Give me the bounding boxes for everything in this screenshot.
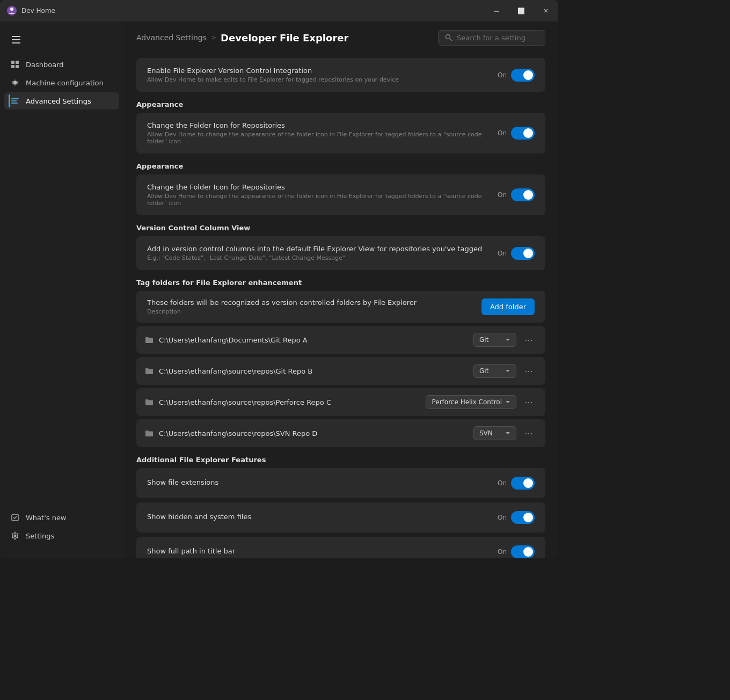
setting-title-version-control: Add in version control columns into the … xyxy=(147,245,489,253)
sidebar-item-settings-label: Settings xyxy=(26,532,54,540)
sidebar-item-settings[interactable]: Settings xyxy=(4,527,119,544)
svg-rect-4 xyxy=(11,65,14,68)
content-body: Enable File Explorer Version Control Int… xyxy=(123,54,558,558)
chevron-down-icon-2 xyxy=(505,369,510,373)
more-button-1[interactable]: ⋯ xyxy=(521,332,537,347)
svg-rect-5 xyxy=(16,65,19,68)
window-controls: — ⬜ ✕ xyxy=(484,0,558,21)
folder-icon-2 xyxy=(145,367,154,375)
setting-title-folder-icon-2: Change the Folder Icon for Repositories xyxy=(147,183,489,191)
advanced-settings-icon xyxy=(11,97,19,105)
chevron-down-icon-4 xyxy=(505,432,510,435)
vcs-dropdown-4[interactable]: SVN xyxy=(473,426,516,440)
toggle-version-control[interactable] xyxy=(511,247,535,260)
toggle-folder-icon-2[interactable] xyxy=(511,188,535,201)
section-header-version-control: Version Control Column View xyxy=(136,224,545,232)
folder-row-2: C:\Users\ethanfang\source\repos\Git Repo… xyxy=(136,357,545,385)
toggle-label-folder-icon-2: On xyxy=(498,191,507,199)
sidebar-nav: Dashboard Machine configuration xyxy=(0,54,123,507)
chevron-down-icon-3 xyxy=(505,400,510,404)
toggle-show-extensions[interactable] xyxy=(511,477,535,490)
toggle-enable-file-explorer[interactable] xyxy=(511,69,535,82)
sidebar-item-dashboard[interactable]: Dashboard xyxy=(4,56,119,73)
hamburger-button[interactable] xyxy=(6,30,26,49)
folder-path-3: C:\Users\ethanfang\source\repos\Perforce… xyxy=(159,398,331,406)
breadcrumb-separator: > xyxy=(211,34,216,41)
sidebar-item-advanced-settings[interactable]: Advanced Settings xyxy=(4,92,119,110)
folder-row-3: C:\Users\ethanfang\source\repos\Perforce… xyxy=(136,388,545,416)
tag-folders-header-card: These folders will be recognized as vers… xyxy=(136,291,545,323)
app-window: Dev Home — ⬜ ✕ xyxy=(0,0,558,558)
sidebar-top xyxy=(0,26,123,54)
setting-desc-enable-file-explorer: Allow Dev Home to make edits to File Exp… xyxy=(147,76,489,83)
vcs-label-2: Git xyxy=(479,367,488,375)
toggle-label-show-full-path: On xyxy=(498,548,507,556)
folder-icon-1 xyxy=(145,336,154,344)
setting-card-show-hidden: Show hidden and system files On xyxy=(136,502,545,533)
chevron-down-icon xyxy=(505,338,510,341)
title-bar: Dev Home — ⬜ ✕ xyxy=(0,0,558,21)
hamburger-icon xyxy=(12,36,20,43)
toggle-label-show-hidden: On xyxy=(498,514,507,521)
add-folder-button[interactable]: Add folder xyxy=(481,298,535,315)
vcs-label-3: Perforce Helix Control xyxy=(432,398,502,406)
vcs-dropdown-1[interactable]: Git xyxy=(473,333,516,347)
section-header-appearance-2: Appearance xyxy=(136,162,545,170)
tag-folders-description: Description xyxy=(147,308,481,315)
search-input[interactable] xyxy=(457,34,538,42)
toggle-label-version-control: On xyxy=(498,250,507,257)
setting-title-show-extensions: Show file extensions xyxy=(147,478,489,486)
sidebar-item-dashboard-label: Dashboard xyxy=(26,61,64,69)
breadcrumb-link[interactable]: Advanced Settings xyxy=(136,33,207,42)
svg-rect-9 xyxy=(11,103,18,104)
minimize-button[interactable]: — xyxy=(484,0,509,21)
more-button-2[interactable]: ⋯ xyxy=(521,363,537,378)
more-button-4[interactable]: ⋯ xyxy=(521,426,537,441)
setting-card-show-extensions: Show file extensions On xyxy=(136,468,545,498)
svg-point-1 xyxy=(10,8,13,11)
setting-card-folder-icon-1: Change the Folder Icon for Repositories … xyxy=(136,113,545,154)
more-button-3[interactable]: ⋯ xyxy=(521,395,537,410)
toggle-label-enable: On xyxy=(498,71,507,79)
folder-path-4: C:\Users\ethanfang\source\repos\SVN Repo… xyxy=(159,429,317,438)
toggle-label-show-extensions: On xyxy=(498,479,507,487)
setting-card-show-full-path: Show full path in title bar On xyxy=(136,537,545,558)
sidebar-item-whats-new[interactable]: What's new xyxy=(4,509,119,526)
svg-rect-7 xyxy=(11,98,19,99)
toggle-folder-icon-1[interactable] xyxy=(511,127,535,140)
close-button[interactable]: ✕ xyxy=(534,0,558,21)
svg-rect-3 xyxy=(16,61,19,64)
toggle-show-full-path[interactable] xyxy=(511,545,535,558)
sidebar-item-machine-configuration[interactable]: Machine configuration xyxy=(4,74,119,91)
dashboard-icon xyxy=(11,60,19,69)
breadcrumb: Advanced Settings > Developer File Explo… xyxy=(136,32,348,43)
svg-rect-8 xyxy=(11,100,17,101)
content-area: Advanced Settings > Developer File Explo… xyxy=(123,21,558,558)
setting-desc-folder-icon-1: Allow Dev Home to change the appearance … xyxy=(147,131,489,145)
main-layout: Dashboard Machine configuration xyxy=(0,21,558,558)
setting-title-folder-icon-1: Change the Folder Icon for Repositories xyxy=(147,121,489,129)
maximize-button[interactable]: ⬜ xyxy=(509,0,534,21)
section-header-appearance-1: Appearance xyxy=(136,100,545,108)
folder-path-2: C:\Users\ethanfang\source\repos\Git Repo… xyxy=(159,367,312,375)
folder-icon-4 xyxy=(145,429,154,438)
vcs-label-1: Git xyxy=(479,336,488,344)
toggle-show-hidden[interactable] xyxy=(511,511,535,524)
setting-card-version-control-columns: Add in version control columns into the … xyxy=(136,236,545,270)
vcs-dropdown-3[interactable]: Perforce Helix Control xyxy=(426,395,516,409)
vcs-label-4: SVN xyxy=(479,429,493,437)
vcs-dropdown-2[interactable]: Git xyxy=(473,364,516,378)
toggle-label-folder-icon-1: On xyxy=(498,129,507,137)
folder-row-4: C:\Users\ethanfang\source\repos\SVN Repo… xyxy=(136,419,545,447)
sidebar-bottom: What's new Settings xyxy=(0,507,123,554)
app-logo xyxy=(6,5,17,16)
search-box[interactable] xyxy=(438,30,545,46)
folder-row-1: C:\Users\ethanfang\Documents\Git Repo A … xyxy=(136,326,545,354)
setting-desc-folder-icon-2: Allow Dev Home to change the appearance … xyxy=(147,193,489,207)
section-header-tag-folders: Tag folders for File Explorer enhancemen… xyxy=(136,279,545,287)
search-icon xyxy=(445,34,452,41)
svg-point-11 xyxy=(14,535,17,537)
setting-card-folder-icon-2: Change the Folder Icon for Repositories … xyxy=(136,174,545,215)
content-header: Advanced Settings > Developer File Explo… xyxy=(123,21,558,54)
setting-title-show-full-path: Show full path in title bar xyxy=(147,547,489,555)
